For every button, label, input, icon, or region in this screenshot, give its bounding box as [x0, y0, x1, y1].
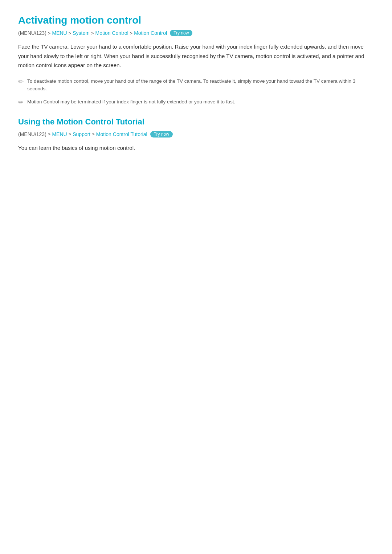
- breadcrumb2-menu[interactable]: MENU: [52, 131, 67, 137]
- body-text-2: You can learn the basics of using motion…: [18, 143, 374, 153]
- breadcrumb2-support[interactable]: Support: [73, 131, 90, 137]
- breadcrumb2-motion-tutorial[interactable]: Motion Control Tutorial: [96, 131, 147, 137]
- body-text-1: Face the TV camera. Lower your hand to a…: [18, 42, 374, 70]
- section2-title: Using the Motion Control Tutorial: [18, 117, 374, 127]
- note-text-1: To deactivate motion control, move your …: [27, 77, 374, 93]
- breadcrumb-sep4: >: [130, 30, 133, 36]
- breadcrumb-motion-control-2[interactable]: Motion Control: [134, 30, 167, 36]
- try-now-badge-1[interactable]: Try now: [170, 30, 192, 36]
- page-title: Activating motion control: [18, 15, 374, 26]
- note-item-1: ✏ To deactivate motion control, move you…: [18, 77, 374, 93]
- breadcrumb-2: (MENU/123) > MENU > Support > Motion Con…: [18, 131, 374, 138]
- breadcrumb-sep1: >: [48, 30, 51, 36]
- breadcrumb2-sep3: >: [92, 131, 95, 137]
- breadcrumb2-menu-code: (MENU/123): [18, 131, 46, 137]
- note-icon-1: ✏: [18, 78, 24, 86]
- breadcrumb2-sep1: >: [48, 131, 51, 137]
- notes-section: ✏ To deactivate motion control, move you…: [18, 77, 374, 106]
- breadcrumb-sep2: >: [69, 30, 72, 36]
- try-now-badge-2[interactable]: Try now: [150, 131, 173, 138]
- breadcrumb-menu[interactable]: MENU: [52, 30, 67, 36]
- note-item-2: ✏ Motion Control may be terminated if yo…: [18, 98, 374, 106]
- breadcrumb-sep3: >: [91, 30, 94, 36]
- breadcrumb-menu-code: (MENU/123): [18, 30, 46, 36]
- note-icon-2: ✏: [18, 98, 24, 106]
- breadcrumb-system[interactable]: System: [73, 30, 90, 36]
- breadcrumb-1: (MENU/123) > MENU > System > Motion Cont…: [18, 30, 374, 36]
- breadcrumb2-sep2: >: [69, 131, 72, 137]
- note-text-2: Motion Control may be terminated if your…: [27, 98, 235, 106]
- breadcrumb-motion-control[interactable]: Motion Control: [95, 30, 128, 36]
